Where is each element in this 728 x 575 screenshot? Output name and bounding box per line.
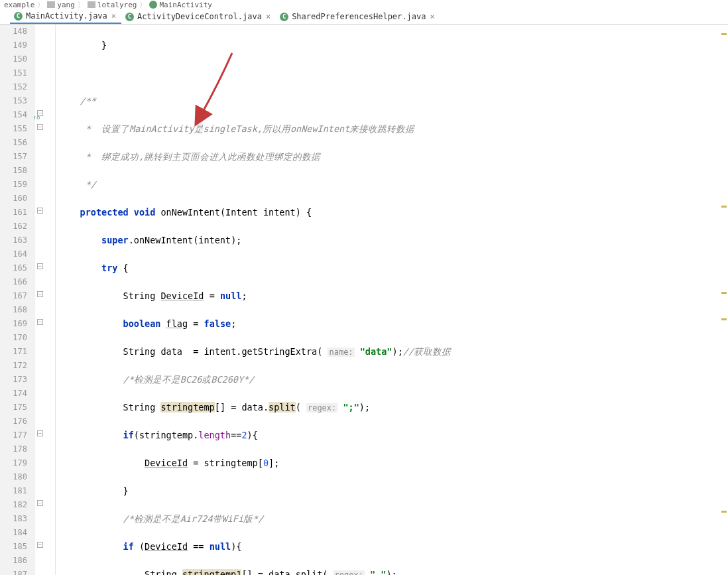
line-number[interactable]: 184: [0, 526, 27, 540]
line-number[interactable]: 178: [0, 442, 27, 456]
code-line[interactable]: String stringtemp1[] = data.split( regex…: [58, 568, 728, 575]
crumb-sep: 〉: [139, 0, 147, 10]
java-class-icon: C: [125, 13, 134, 21]
tab-label: ActivityDeviceControl.java: [137, 12, 262, 21]
fold-marker[interactable]: −: [37, 263, 43, 269]
line-number[interactable]: 173: [0, 373, 27, 387]
fold-marker[interactable]: −: [37, 291, 43, 297]
crumb-example[interactable]: example: [4, 1, 34, 9]
tab-activitydevicecontrol[interactable]: C ActivityDeviceControl.java ×: [121, 10, 276, 23]
line-number[interactable]: 168: [0, 303, 27, 317]
line-number[interactable]: 151: [0, 66, 27, 80]
line-number[interactable]: 181: [0, 484, 27, 498]
close-icon[interactable]: ×: [266, 12, 271, 21]
crumb-mainactivity[interactable]: MainActivity: [159, 1, 212, 9]
line-number[interactable]: 166: [0, 275, 27, 289]
line-number[interactable]: 150: [0, 52, 27, 66]
line-number[interactable]: 179: [0, 456, 27, 470]
line-number[interactable]: 174: [0, 387, 27, 401]
line-number[interactable]: 148: [0, 25, 27, 38]
scroll-marker: [721, 206, 727, 208]
code-line[interactable]: String stringtemp[] = data.split( regex:…: [58, 401, 728, 415]
code-line[interactable]: */: [58, 178, 728, 192]
folder-icon: [88, 1, 95, 8]
line-number[interactable]: 149: [0, 38, 27, 52]
code-line[interactable]: * 绑定成功,跳转到主页面会进入此函数处理绑定的数据: [58, 150, 728, 164]
fold-marker[interactable]: −: [37, 124, 43, 130]
folder-icon: [47, 1, 55, 8]
line-number[interactable]: 182: [0, 498, 27, 512]
line-number[interactable]: 170: [0, 331, 27, 345]
code-line[interactable]: DeviceId = stringtemp[0];: [58, 456, 728, 470]
scroll-marker: [721, 292, 727, 294]
scroll-marker: [721, 511, 727, 513]
line-number[interactable]: 183: [0, 512, 27, 526]
line-number[interactable]: 171: [0, 345, 27, 359]
line-number[interactable]: 163: [0, 233, 27, 247]
line-number[interactable]: 157: [0, 150, 27, 164]
line-number[interactable]: 161: [0, 206, 27, 220]
java-class-icon: C: [14, 12, 23, 21]
line-number[interactable]: 165: [0, 261, 27, 275]
fold-column: − − − − − − − − −: [34, 25, 56, 575]
crumb-lotalyreg[interactable]: lotalyreg: [97, 1, 137, 9]
code-line[interactable]: [58, 66, 728, 80]
code-line[interactable]: /**: [58, 94, 728, 108]
code-line[interactable]: protected void onNewIntent(Intent intent…: [58, 206, 728, 220]
line-number[interactable]: 156: [0, 136, 27, 150]
code-line[interactable]: /*检测是不是Air724带WiFi版*/: [58, 512, 728, 526]
fold-marker[interactable]: −: [37, 208, 43, 214]
breadcrumb: example 〉 yang 〉 lotalyreg 〉 MainActivit…: [0, 0, 728, 9]
line-number[interactable]: 169: [0, 317, 27, 331]
line-number[interactable]: 152: [0, 80, 27, 94]
scroll-marker: [721, 33, 727, 35]
line-number[interactable]: 167: [0, 289, 27, 303]
close-icon[interactable]: ×: [430, 12, 434, 21]
line-number[interactable]: 172: [0, 359, 27, 373]
code-line[interactable]: /*检测是不是BC26或BC260Y*/: [58, 373, 728, 387]
code-line[interactable]: * 设置了MainActivity是singleTask,所以用onNewInt…: [58, 122, 728, 136]
line-number[interactable]: 159: [0, 178, 27, 192]
line-number[interactable]: 162: [0, 220, 27, 233]
tab-mainactivity[interactable]: C MainActivity.java ×: [10, 9, 121, 24]
line-number[interactable]: 180: [0, 470, 27, 484]
java-class-icon: C: [280, 13, 288, 21]
tab-label: SharedPreferencesHelper.java: [292, 12, 426, 21]
line-number[interactable]: 160: [0, 192, 27, 206]
line-number[interactable]: 177: [0, 428, 27, 442]
line-gutter: 1481491501511521531541551561571581591601…: [0, 25, 34, 575]
crumb-sep: 〉: [78, 0, 85, 10]
line-number[interactable]: 153: [0, 94, 27, 108]
fold-marker[interactable]: −: [37, 110, 43, 116]
tab-sharedpreferenceshelper[interactable]: C SharedPreferencesHelper.java ×: [276, 10, 440, 23]
line-number[interactable]: 187: [0, 568, 27, 575]
code-line[interactable]: String data = intent.getStringExtra( nam…: [58, 345, 728, 359]
crumb-yang[interactable]: yang: [57, 1, 75, 9]
close-icon[interactable]: ×: [111, 11, 116, 21]
code-line[interactable]: boolean flag = false;: [58, 317, 728, 331]
line-number[interactable]: 186: [0, 554, 27, 568]
fold-marker[interactable]: −: [37, 500, 43, 506]
fold-marker[interactable]: −: [37, 430, 43, 436]
code-area[interactable]: } /** * 设置了MainActivity是singleTask,所以用on…: [56, 25, 728, 575]
code-line[interactable]: }: [58, 484, 728, 498]
editor-tabs: C MainActivity.java × C ActivityDeviceCo…: [0, 9, 728, 25]
line-number[interactable]: 154: [0, 108, 27, 122]
code-line[interactable]: String DeviceId = null;: [58, 289, 728, 303]
code-line[interactable]: if(stringtemp.length==2){: [58, 428, 728, 442]
fold-marker[interactable]: −: [37, 542, 43, 548]
line-number[interactable]: 185: [0, 540, 27, 554]
code-line[interactable]: if (DeviceId == null){: [58, 540, 728, 554]
crumb-sep: 〉: [37, 0, 44, 10]
fold-marker[interactable]: −: [37, 319, 43, 325]
code-line[interactable]: try {: [58, 261, 728, 275]
line-number[interactable]: 158: [0, 164, 27, 178]
code-line[interactable]: }: [58, 38, 728, 52]
line-number[interactable]: 175: [0, 401, 27, 415]
line-number[interactable]: 176: [0, 415, 27, 428]
code-line[interactable]: super.onNewIntent(intent);: [58, 233, 728, 247]
tab-label: MainActivity.java: [26, 11, 107, 21]
code-editor[interactable]: 1481491501511521531541551561571581591601…: [0, 25, 728, 575]
line-number[interactable]: 155: [0, 122, 27, 136]
line-number[interactable]: 164: [0, 247, 27, 261]
